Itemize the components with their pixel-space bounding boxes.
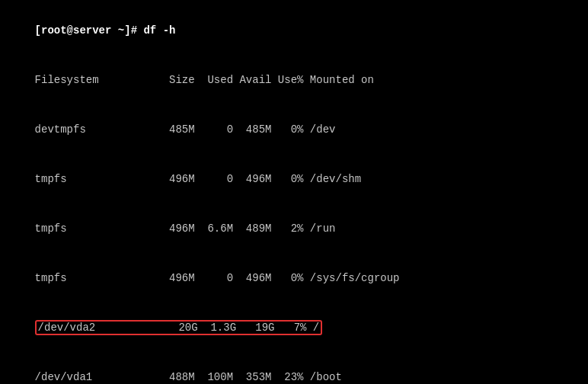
vda2-highlight: /dev/vda2 20G 1.3G 19G 7% / [35, 320, 323, 335]
vda1-text: /dev/vda1 488M 100M 353M 23% /boot [35, 371, 342, 383]
devtmpfs-line: devtmpfs 485M 0 485M 0% /dev [9, 105, 579, 155]
df-header-text: Filesystem Size Used Avail Use% Mounted … [35, 74, 374, 86]
tmpfs1-line: tmpfs 496M 0 496M 0% /dev/shm [9, 155, 579, 204]
devtmpfs-text: devtmpfs 485M 0 485M 0% /dev [35, 123, 336, 136]
cmd-df-text: [root@server ~]# df -h [35, 24, 176, 37]
vda2-line: /dev/vda2 20G 1.3G 19G 7% / [9, 303, 579, 353]
tmpfs2-line: tmpfs 496M 6.6M 489M 2% /run [9, 204, 579, 254]
tmpfs3-text: tmpfs 496M 0 496M 0% /sys/fs/cgroup [35, 272, 400, 284]
vda1-line: /dev/vda1 488M 100M 353M 23% /boot [9, 353, 579, 384]
cmd-df-line: [root@server ~]# df -h [9, 6, 579, 56]
tmpfs3-line: tmpfs 496M 0 496M 0% /sys/fs/cgroup [9, 254, 579, 303]
tmpfs1-text: tmpfs 496M 0 496M 0% /dev/shm [35, 173, 361, 185]
tmpfs2-text: tmpfs 496M 6.6M 489M 2% /run [35, 222, 336, 235]
terminal-window: [root@server ~]# df -h Filesystem Size U… [0, 0, 588, 384]
df-header-line: Filesystem Size Used Avail Use% Mounted … [9, 56, 579, 105]
